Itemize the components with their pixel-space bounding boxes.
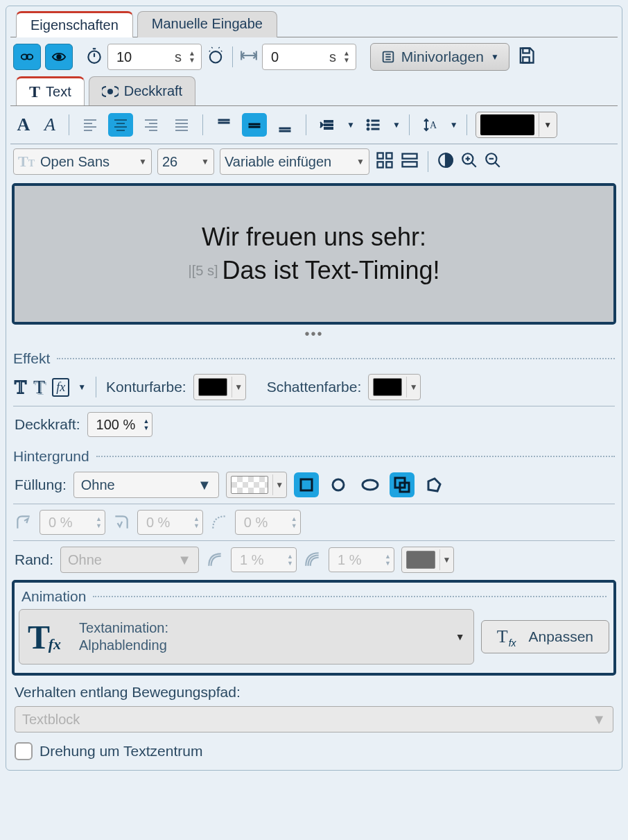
font-family-label: Open Sans xyxy=(40,154,110,170)
font-size-combo[interactable]: 26 ▼ xyxy=(157,148,214,175)
opacity-input[interactable] xyxy=(95,416,143,434)
save-icon-button[interactable] xyxy=(514,46,539,69)
grid-icon-button[interactable] xyxy=(375,151,394,173)
line-height-dropdown[interactable]: ▼ xyxy=(448,120,458,130)
svg-rect-37 xyxy=(279,128,290,129)
shape-circle-button[interactable] xyxy=(326,472,351,497)
shape-overlap-button[interactable] xyxy=(390,472,415,497)
effekt-row-1: T T fx ▼ Konturfarbe: ▼ Schattenfarbe: ▼ xyxy=(10,371,618,403)
resize-handle[interactable]: ••• xyxy=(10,326,618,342)
shadow-label: Schattenfarbe: xyxy=(267,379,362,395)
adjust-button[interactable]: T fx Anpassen xyxy=(481,620,609,653)
corner-tl-spinner[interactable]: ▲▼ xyxy=(40,510,105,535)
main-tabs: Eigenschaften Manuelle Eingabe xyxy=(10,10,618,37)
mini-templates-button[interactable]: Minivorlagen ▼ xyxy=(370,43,509,71)
svg-rect-34 xyxy=(218,122,229,123)
shadow-color-combo[interactable]: ▼ xyxy=(368,374,421,400)
svg-point-3 xyxy=(88,51,100,62)
shadow-text-icon[interactable]: T xyxy=(33,376,45,398)
eye-icon-button[interactable] xyxy=(45,44,73,70)
sub-tabs: T Text Deckkraft xyxy=(10,76,618,106)
opacity-spinner[interactable]: ▲▼ xyxy=(87,412,153,437)
format-row-1: A A ▼ ▼ A ▼ ▼ xyxy=(10,106,618,144)
corner-tr-spinner[interactable]: ▲▼ xyxy=(137,510,203,535)
contrast-icon-button[interactable] xyxy=(437,151,455,173)
zoom-in-icon-button[interactable] xyxy=(460,151,478,173)
behavior-select[interactable]: Textblock▼ xyxy=(15,706,613,732)
svg-point-46 xyxy=(367,128,369,130)
corner-tl-icon xyxy=(15,513,33,531)
svg-rect-43 xyxy=(372,120,379,121)
fill-select[interactable]: Ohne▼ xyxy=(73,472,219,498)
valign-bottom-button[interactable] xyxy=(272,113,297,137)
line-height-button[interactable]: A xyxy=(418,113,443,137)
fill-label: Füllung: xyxy=(15,477,67,493)
svg-rect-41 xyxy=(324,128,333,129)
stack-icon-button[interactable] xyxy=(400,151,419,173)
shape-ellipse-button[interactable] xyxy=(358,472,383,497)
list-button[interactable] xyxy=(360,113,385,137)
duration2-down[interactable]: ▼ xyxy=(340,57,353,64)
duration2-unit: s xyxy=(325,49,340,65)
fx-icon[interactable]: fx xyxy=(52,378,69,397)
svg-rect-47 xyxy=(372,128,379,130)
text-preview-canvas[interactable]: Wir freuen uns sehr: |[5 s] Das ist Text… xyxy=(15,186,613,322)
align-right-button[interactable] xyxy=(139,113,164,137)
rotate-checkbox[interactable] xyxy=(15,742,33,760)
outline-text-icon[interactable]: T xyxy=(15,376,26,398)
font-family-combo[interactable]: TT Open Sans ▼ xyxy=(13,148,152,175)
svg-rect-63 xyxy=(301,479,312,490)
zoom-out-icon-button[interactable] xyxy=(484,151,502,173)
border-color-combo[interactable]: ▼ xyxy=(401,547,454,573)
svg-rect-14 xyxy=(523,48,529,53)
svg-point-2 xyxy=(57,55,61,59)
preview-timing-marker: |[5 s] xyxy=(188,263,218,279)
subtab-opacity-label: Deckkraft xyxy=(124,83,182,99)
subtab-opacity[interactable]: Deckkraft xyxy=(89,76,195,105)
font-color-combo[interactable]: ▼ xyxy=(476,112,557,138)
align-left-button[interactable] xyxy=(78,113,103,137)
insert-variable-label: Variable einfügen xyxy=(225,154,331,170)
subtab-text-label: Text xyxy=(46,84,71,100)
valign-top-button[interactable] xyxy=(211,113,236,137)
section-hintergrund: Hintergrund xyxy=(13,448,615,465)
valign-middle-button[interactable] xyxy=(242,113,267,137)
loop-duration-icon[interactable] xyxy=(206,46,225,69)
tab-manual-input[interactable]: Manuelle Eingabe xyxy=(137,11,277,37)
corner-tr-icon xyxy=(112,513,130,531)
bold-button[interactable]: A xyxy=(13,114,34,135)
border2-spinner[interactable]: ▲▼ xyxy=(329,547,394,572)
fill-color-combo[interactable]: ▼ xyxy=(226,472,287,498)
animation-frame: Animation T fx Textanimation: Alphablend… xyxy=(12,580,616,676)
preview-line-2-text: Das ist Text-Timing! xyxy=(222,256,439,285)
font-color-swatch xyxy=(480,114,534,135)
tab-properties[interactable]: Eigenschaften xyxy=(16,11,133,37)
duration2-input[interactable] xyxy=(270,49,325,66)
indent-button[interactable] xyxy=(315,113,340,137)
shape-poly-button[interactable] xyxy=(421,472,446,497)
italic-button[interactable]: A xyxy=(40,114,60,135)
duration2-spinner[interactable]: s ▲▼ xyxy=(262,44,356,70)
align-justify-button[interactable] xyxy=(169,113,194,137)
corner-all-spinner[interactable]: ▲▼ xyxy=(235,510,301,535)
align-center-button[interactable] xyxy=(108,113,133,137)
contour-color-combo[interactable]: ▼ xyxy=(193,374,246,400)
animation-select[interactable]: T fx Textanimation: Alphablending ▼ xyxy=(19,609,474,665)
svg-rect-33 xyxy=(218,119,229,121)
list-dropdown[interactable]: ▼ xyxy=(391,120,401,130)
border1-spinner[interactable]: ▲▼ xyxy=(231,547,297,572)
duration-input[interactable] xyxy=(115,49,171,66)
font-color-dropdown[interactable]: ▼ xyxy=(539,113,557,137)
link-icon-button[interactable] xyxy=(13,44,41,70)
subtab-text[interactable]: T Text xyxy=(16,76,85,105)
fx-dropdown[interactable]: ▼ xyxy=(76,382,86,392)
format-row-2: TT Open Sans ▼ 26 ▼ Variable einfügen ▼ xyxy=(10,144,618,179)
rand-select[interactable]: Ohne▼ xyxy=(60,547,199,573)
duration-down[interactable]: ▼ xyxy=(186,57,198,64)
duration-spinner[interactable]: s ▲▼ xyxy=(107,44,202,70)
indent-dropdown[interactable]: ▼ xyxy=(345,120,355,130)
shape-square-button[interactable] xyxy=(294,472,319,497)
svg-rect-49 xyxy=(378,153,383,158)
insert-variable-combo[interactable]: Variable einfügen ▼ xyxy=(220,148,369,175)
svg-point-42 xyxy=(367,119,369,122)
